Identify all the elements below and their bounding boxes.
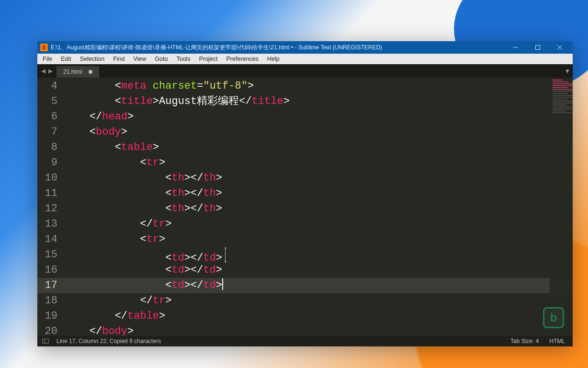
status-syntax[interactable]: HTML [546, 338, 568, 345]
tab-overflow-button[interactable]: ▼ [562, 64, 573, 78]
titlebar[interactable]: S E:\1、August精彩编程\课程\讲师-陈凌煜\录播-HTML-让网页的… [37, 41, 573, 54]
line-number: 6 [37, 109, 57, 125]
minimize-button[interactable] [505, 41, 527, 54]
mouse-ibeam-icon [225, 247, 226, 263]
line-number: 14 [37, 232, 57, 247]
tab-file[interactable]: 21.html [57, 66, 99, 78]
code-line[interactable]: <td></td> [64, 263, 573, 278]
tab-prev-icon[interactable]: ◀ [40, 68, 46, 74]
menu-help[interactable]: Help [263, 55, 284, 63]
line-number: 15 [37, 247, 57, 263]
line-number: 11 [37, 186, 57, 201]
line-number: 18 [37, 293, 57, 309]
tabbar: ◀ ▶ 21.html ▼ [37, 64, 573, 78]
line-number: 16 [37, 263, 57, 278]
window-title: E:\1、August精彩编程\课程\讲师-陈凌煜\录播-HTML-让网页的框架… [51, 44, 505, 52]
code-line[interactable]: <meta charset="utf-8"> [64, 79, 573, 94]
line-number: 5 [37, 94, 57, 109]
close-button[interactable] [549, 41, 571, 54]
line-number: 12 [37, 201, 57, 217]
code-line[interactable]: </body> [64, 324, 573, 336]
code-line[interactable]: <th></th> [64, 186, 573, 201]
code-line[interactable]: <table> [64, 140, 573, 155]
sublime-window: S E:\1、August精彩编程\课程\讲师-陈凌煜\录播-HTML-让网页的… [37, 41, 573, 346]
tab-label: 21.html [63, 69, 82, 75]
editor-area[interactable]: 4567891011121314151617181920 <meta chars… [37, 78, 573, 336]
svg-rect-0 [536, 46, 540, 50]
line-number: 17 [37, 278, 64, 293]
text-cursor [222, 278, 223, 290]
tab-next-icon[interactable]: ▶ [47, 68, 54, 74]
menu-selection[interactable]: Selection [76, 55, 109, 63]
video-watermark: b [543, 307, 568, 328]
menu-goto[interactable]: Goto [150, 55, 172, 63]
status-position[interactable]: Line 17, Column 22; Copied 9 characters [54, 338, 164, 345]
tab-dirty-indicator-icon [89, 70, 92, 74]
menubar: FileEditSelectionFindViewGotoToolsProjec… [37, 54, 573, 64]
menu-view[interactable]: View [129, 55, 150, 63]
tab-nav-arrows: ◀ ▶ [37, 64, 57, 78]
line-number: 20 [37, 324, 57, 336]
code-line[interactable]: </head> [64, 109, 573, 125]
code-line[interactable]: </table> [64, 309, 573, 324]
watermark-logo-icon: b [543, 307, 564, 328]
code-line[interactable]: <td></td> [64, 278, 573, 293]
line-number-gutter: 4567891011121314151617181920 [37, 78, 64, 336]
line-number: 4 [37, 79, 57, 94]
code-line[interactable]: <td></td> [64, 247, 573, 263]
statusbar: Line 17, Column 22; Copied 9 characters … [37, 336, 573, 346]
code-line[interactable]: </tr> [64, 293, 573, 309]
line-number: 8 [37, 140, 57, 155]
status-tab-size[interactable]: Tab Size: 4 [508, 338, 542, 345]
line-number: 19 [37, 309, 57, 324]
menu-edit[interactable]: Edit [57, 55, 76, 63]
menu-file[interactable]: File [38, 55, 57, 63]
line-number: 9 [37, 155, 57, 171]
window-controls [505, 41, 571, 54]
code-line[interactable]: <title>August精彩编程</title> [64, 94, 573, 109]
menu-tools[interactable]: Tools [172, 55, 194, 63]
maximize-button[interactable] [527, 41, 549, 54]
code-line[interactable]: <th></th> [64, 171, 573, 186]
menu-preferences[interactable]: Preferences [222, 55, 263, 63]
line-number: 13 [37, 217, 57, 232]
menu-project[interactable]: Project [195, 55, 222, 63]
menu-find[interactable]: Find [109, 55, 129, 63]
code-line[interactable]: <th></th> [64, 201, 573, 217]
code-content[interactable]: <meta charset="utf-8"> <title>August精彩编程… [64, 78, 573, 336]
code-line[interactable]: <tr> [64, 232, 573, 247]
panel-switcher-icon[interactable] [42, 339, 49, 344]
code-line[interactable]: </tr> [64, 217, 573, 232]
line-number: 7 [37, 125, 57, 140]
minimap[interactable] [550, 78, 573, 336]
app-icon: S [40, 44, 48, 51]
code-line[interactable]: <body> [64, 125, 573, 140]
code-line[interactable]: <tr> [64, 155, 573, 171]
line-number: 10 [37, 171, 57, 186]
